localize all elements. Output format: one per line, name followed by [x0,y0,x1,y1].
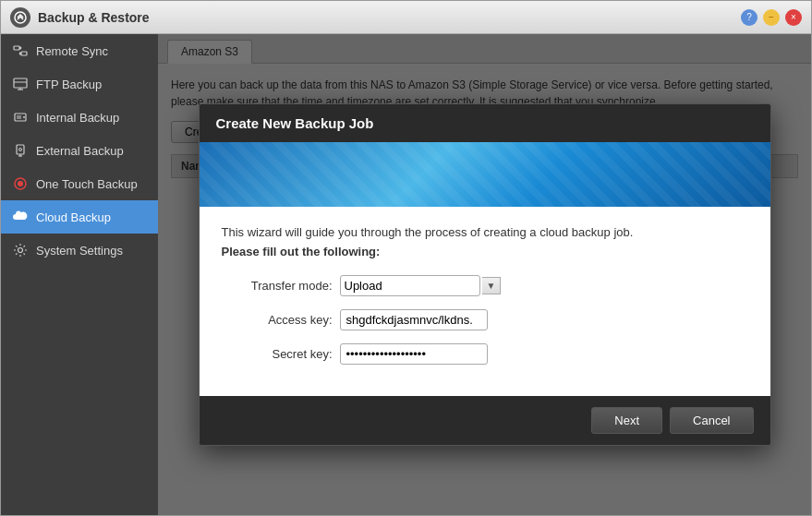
cloud-backup-icon [12,209,29,225]
secret-key-label: Secret key: [222,347,333,361]
modal-instruction-text: Please fill out the following: [222,245,748,258]
modal-overlay: Create New Backup Job This wizard will g… [158,34,811,515]
sidebar-item-ftp-backup[interactable]: FTP Backup [1,67,158,101]
sidebar-item-external-backup[interactable]: External Backup [1,134,158,167]
one-touch-label: One Touch Backup [36,177,138,191]
modal-footer: Next Cancel [200,396,770,445]
minimize-button[interactable]: − [763,9,780,26]
svg-point-17 [18,248,23,253]
window-title: Backup & Restore [38,10,741,25]
access-key-row: Access key: [222,309,748,330]
external-backup-label: External Backup [36,144,124,158]
transfer-mode-row: Transfer mode: Upload Download ▼ [222,275,748,296]
sidebar-item-cloud-backup[interactable]: Cloud Backup [1,200,158,234]
sidebar-item-remote-sync[interactable]: Remote Sync [1,34,158,67]
title-bar: Backup & Restore ? − × [1,1,811,34]
cancel-button[interactable]: Cancel [670,407,753,434]
modal-title: Create New Backup Job [200,104,770,142]
system-settings-icon [12,242,29,258]
main-window: Backup & Restore ? − × Remote Sync [0,0,812,516]
modal-banner [200,142,770,207]
svg-rect-3 [14,78,27,88]
modal-dialog: Create New Backup Job This wizard will g… [199,103,771,446]
svg-rect-1 [14,46,19,50]
sidebar-item-system-settings[interactable]: System Settings [1,234,158,267]
internal-backup-label: Internal Backup [36,111,119,125]
ftp-icon [12,76,29,92]
cloud-backup-label: Cloud Backup [36,210,111,224]
remote-sync-icon [12,42,29,59]
window-controls: ? − × [741,9,802,26]
close-button[interactable]: × [785,9,802,26]
access-key-input[interactable] [340,309,488,330]
svg-point-8 [23,116,25,118]
transfer-mode-label: Transfer mode: [222,279,333,293]
sidebar-item-one-touch-backup[interactable]: One Touch Backup [1,167,158,200]
ftp-label: FTP Backup [36,78,102,91]
svg-point-16 [18,181,23,186]
external-backup-icon [12,142,29,159]
transfer-mode-wrap: Upload Download ▼ [340,275,502,296]
next-button[interactable]: Next [591,407,662,434]
access-key-label: Access key: [222,313,333,327]
one-touch-icon [12,175,29,192]
svg-point-14 [19,149,22,151]
main-panel: Amazon S3 Here you can back up the data … [158,34,811,515]
modal-intro-text: This wizard will guide you through the p… [222,225,748,239]
svg-rect-2 [21,52,27,55]
remote-sync-label: Remote Sync [36,44,108,58]
content-area: Remote Sync FTP Backup [1,34,811,515]
svg-rect-11 [17,145,24,154]
secret-key-row: Secret key: [222,343,748,365]
secret-key-input[interactable] [340,343,488,365]
help-button[interactable]: ? [741,9,757,26]
sidebar: Remote Sync FTP Backup [1,34,158,515]
sidebar-item-internal-backup[interactable]: Internal Backup [1,101,158,134]
system-settings-label: System Settings [36,244,123,258]
modal-body: This wizard will guide you through the p… [200,207,770,396]
transfer-mode-select[interactable]: Upload Download [340,275,480,296]
internal-backup-icon [12,109,29,126]
select-arrow-icon: ▼ [482,277,502,294]
app-icon [10,7,30,28]
